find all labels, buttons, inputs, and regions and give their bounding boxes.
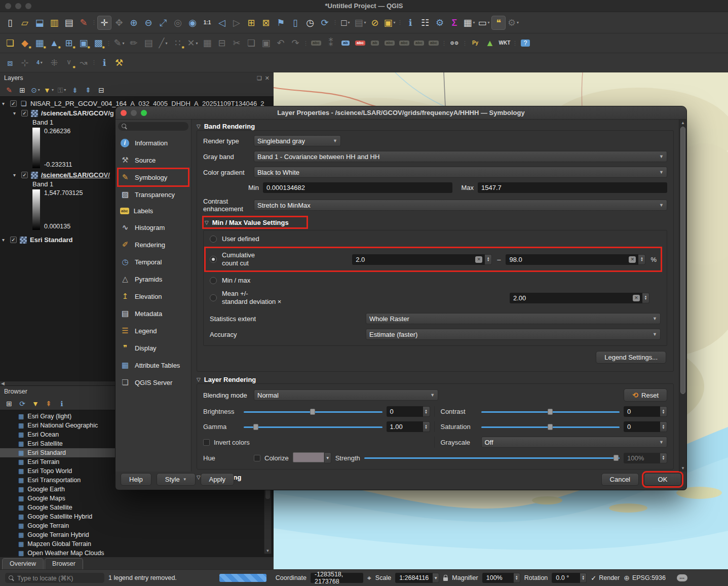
- tool-separator[interactable]: ⋮: [462, 36, 468, 50]
- tool-separator[interactable]: ⋮: [397, 16, 403, 30]
- message-log-icon[interactable]: ⋯: [677, 574, 687, 581]
- tool-measure[interactable]: ▭: [477, 16, 491, 30]
- browser-item-google-satellite[interactable]: ▦ Google Satellite: [17, 503, 274, 512]
- strength-spinbox[interactable]: 100% ▲▼: [624, 453, 667, 463]
- minmax-settings-header[interactable]: ▽ Min / Max Value Settings: [203, 217, 307, 228]
- expand-caret-icon[interactable]: ▾: [13, 172, 18, 178]
- tool-show-statistics[interactable]: Σ: [447, 16, 462, 30]
- saturation-spinbox[interactable]: 0 ▲▼: [624, 421, 667, 432]
- scale-select[interactable]: 1:2684116 ▼: [395, 573, 439, 583]
- layers-add-group[interactable]: ⊞: [17, 85, 27, 95]
- cumulative-count-cut-radio[interactable]: [210, 256, 217, 263]
- rotation-spinbox[interactable]: 0.0 ° ▲▼: [552, 573, 587, 583]
- gray-band-select[interactable]: Band 1 - Covariance between HH and HH ▼: [254, 151, 667, 162]
- tool-move-feature[interactable]: ⁜: [47, 56, 61, 70]
- tool-separator[interactable]: ⋮: [332, 16, 338, 30]
- tool-add-vector-layer[interactable]: ◆: [18, 36, 32, 50]
- layer-rendering-header[interactable]: ▽ Layer Rendering: [197, 376, 674, 383]
- tool-refresh-map[interactable]: ⟳: [318, 16, 332, 30]
- tool-open-project[interactable]: ▱: [18, 16, 32, 30]
- layers-remove-layer[interactable]: ⊟: [96, 85, 106, 95]
- dialog-tab-legend[interactable]: ☰ Legend: [118, 322, 188, 339]
- grayscale-select[interactable]: Off ▼: [481, 437, 668, 448]
- colorize-checkbox[interactable]: [254, 455, 260, 461]
- slider-thumb[interactable]: [614, 455, 619, 461]
- tool-add-delimited-text-layer[interactable]: ⊞: [62, 36, 76, 50]
- min-input[interactable]: 0.000134682: [263, 182, 452, 193]
- layers-open-layer-styling[interactable]: ✎: [4, 85, 14, 95]
- dialog-tab-information[interactable]: i Information: [118, 135, 188, 151]
- legend-settings-button[interactable]: Legend Settings...: [596, 351, 666, 364]
- browser-item-mapzen-global-terrain[interactable]: ▦ Mapzen Global Terrain: [17, 539, 274, 549]
- expand-caret-icon[interactable]: ▾: [2, 101, 7, 106]
- tool-extent-tool[interactable]: ⧈: [3, 56, 17, 70]
- tool-new-map-view[interactable]: ⊞: [244, 16, 258, 30]
- crs-status-button[interactable]: ⊕ EPSG:5936: [624, 574, 666, 582]
- slider-thumb[interactable]: [310, 409, 315, 415]
- tool-zoom-in[interactable]: ⊕: [127, 16, 141, 30]
- minimize-window-button[interactable]: [15, 3, 21, 9]
- spin-arrows[interactable]: ▲▼: [580, 573, 587, 583]
- tool-add-point-feature[interactable]: ∷: [171, 36, 185, 50]
- dialog-tab-source[interactable]: ⚒ Source: [118, 151, 188, 169]
- tool-digitize-segment[interactable]: ╱: [156, 36, 170, 50]
- close-panel-icon[interactable]: ✕: [265, 75, 270, 82]
- coordinate-input[interactable]: -1283518, 2173768: [311, 573, 363, 583]
- gamma-spinbox[interactable]: 1.00 ▲▼: [387, 421, 430, 432]
- spin-arrows[interactable]: ▲▼: [642, 293, 649, 303]
- spin-arrows[interactable]: ▲▼: [638, 254, 645, 265]
- tool-zoom-out[interactable]: ⊖: [141, 16, 156, 30]
- tool-new-3d-map-view[interactable]: ⊠: [259, 16, 273, 30]
- tool-separator[interactable]: ⋮: [91, 56, 97, 70]
- tool-highlight-labels[interactable]: abc: [382, 36, 397, 50]
- spin-arrows[interactable]: ▲▼: [660, 421, 667, 432]
- tool-annotations[interactable]: ⚙: [506, 16, 520, 30]
- tool-vertex-tool[interactable]: ✕: [185, 36, 200, 50]
- dialog-tab-elevation[interactable]: ↥ Elevation: [118, 288, 188, 305]
- tool-identify-features[interactable]: ℹ: [403, 16, 417, 30]
- tool-zoom-last[interactable]: ◁: [215, 16, 229, 30]
- spin-arrows[interactable]: ▲▼: [660, 406, 667, 417]
- tool-move-label[interactable]: abc: [397, 36, 411, 50]
- slider-thumb[interactable]: [253, 424, 258, 430]
- tool-rotate-label[interactable]: abc: [412, 36, 426, 50]
- tool-pan-to-selection[interactable]: ✥: [112, 16, 126, 30]
- browser-add-selected-layers[interactable]: ⊞: [4, 399, 14, 409]
- dialog-close-button[interactable]: [121, 110, 127, 116]
- spin-arrows[interactable]: ▲▼: [423, 421, 430, 432]
- slider-thumb[interactable]: [548, 409, 553, 415]
- slider-thumb[interactable]: [548, 424, 553, 430]
- gamma-slider[interactable]: [244, 423, 382, 431]
- tool-separator[interactable]: ⋮: [441, 36, 447, 50]
- blending-mode-select[interactable]: Normal ▼: [254, 389, 438, 401]
- tool-labeling-single[interactable]: ab: [338, 36, 353, 50]
- render-toggle[interactable]: ✓ Render: [591, 574, 620, 582]
- maximize-window-button[interactable]: [25, 3, 31, 9]
- mean-stddev-radio[interactable]: [210, 294, 217, 301]
- tool-plugin-wrench[interactable]: ⚒: [112, 56, 126, 70]
- browser-item-google-maps[interactable]: ▦ Google Maps: [17, 494, 274, 503]
- brightness-slider[interactable]: [244, 408, 382, 415]
- expand-caret-icon[interactable]: ▾: [13, 110, 18, 116]
- style-button[interactable]: Style ▼: [157, 473, 196, 486]
- spin-arrows[interactable]: ▲▼: [514, 573, 520, 583]
- tool-select-by-location[interactable]: ▣: [382, 16, 397, 30]
- tool-statistical-summary[interactable]: ☷: [418, 16, 432, 30]
- tool-zoom-native[interactable]: 1:1: [200, 16, 214, 30]
- tool-labeling-rule[interactable]: abc: [353, 36, 367, 50]
- tool-delete-selected[interactable]: ⊟: [215, 36, 229, 50]
- tool-separator[interactable]: ⋮: [106, 36, 111, 50]
- tool-redo[interactable]: ↷: [288, 36, 302, 50]
- tool-separator[interactable]: ⋮: [303, 36, 309, 50]
- magnifier-spinbox[interactable]: 100% ▲▼: [482, 573, 520, 583]
- tool-metasearch[interactable]: ℹ: [97, 56, 111, 70]
- tool-crosshair-tool[interactable]: ⊹: [18, 56, 32, 70]
- tool-select-features[interactable]: □: [338, 16, 353, 30]
- collapse-triangle-icon[interactable]: ▽: [205, 220, 209, 225]
- tool-zoom-to-layer[interactable]: ◉: [185, 16, 200, 30]
- color-swatch[interactable]: [293, 452, 324, 462]
- tool-zoom-next[interactable]: ▷: [229, 16, 244, 30]
- close-window-button[interactable]: [5, 3, 11, 9]
- layers-manage-map-themes[interactable]: ⊙: [30, 85, 41, 95]
- contrast-enhancement-select[interactable]: Stretch to MinMax ▼: [254, 200, 667, 211]
